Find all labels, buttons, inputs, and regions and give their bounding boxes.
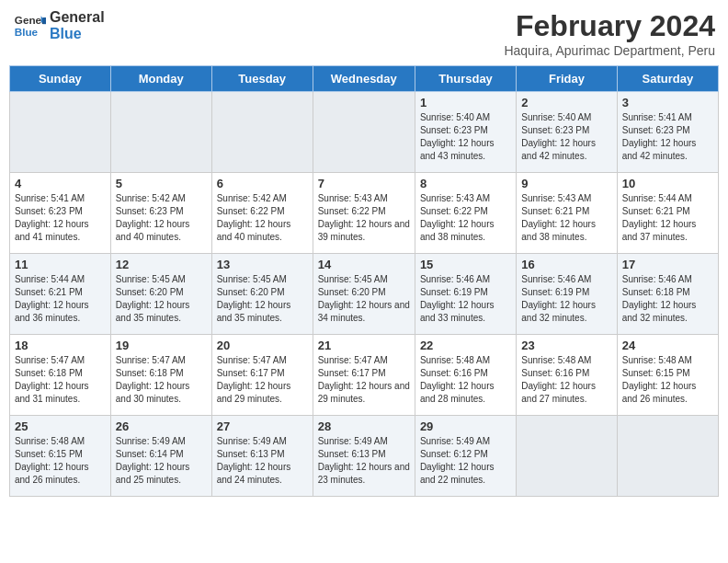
day-number: 21 [318,339,410,352]
calendar-cell: 28Sunrise: 5:49 AM Sunset: 6:13 PM Dayli… [313,416,415,497]
day-number: 8 [420,177,511,190]
calendar-cell: 12Sunrise: 5:45 AM Sunset: 6:20 PM Dayli… [110,254,211,335]
calendar-cell: 3Sunrise: 5:41 AM Sunset: 6:23 PM Daylig… [617,92,718,173]
day-info: Sunrise: 5:43 AM Sunset: 6:21 PM Dayligh… [521,192,611,244]
calendar-cell: 8Sunrise: 5:43 AM Sunset: 6:22 PM Daylig… [415,173,516,254]
calendar-cell: 16Sunrise: 5:46 AM Sunset: 6:19 PM Dayli… [517,254,617,335]
day-number: 6 [217,177,308,190]
day-info: Sunrise: 5:48 AM Sunset: 6:15 PM Dayligh… [622,354,713,406]
calendar-cell: 6Sunrise: 5:42 AM Sunset: 6:22 PM Daylig… [211,173,313,254]
day-info: Sunrise: 5:49 AM Sunset: 6:13 PM Dayligh… [217,435,308,487]
calendar-cell: 20Sunrise: 5:47 AM Sunset: 6:17 PM Dayli… [211,335,313,416]
calendar-cell: 15Sunrise: 5:46 AM Sunset: 6:19 PM Dayli… [415,254,516,335]
calendar-week-3: 11Sunrise: 5:44 AM Sunset: 6:21 PM Dayli… [10,254,719,335]
calendar-cell: 24Sunrise: 5:48 AM Sunset: 6:15 PM Dayli… [617,335,718,416]
svg-marker-3 [42,17,46,24]
calendar-cell: 23Sunrise: 5:48 AM Sunset: 6:16 PM Dayli… [517,335,617,416]
calendar-header-row: SundayMondayTuesdayWednesdayThursdayFrid… [10,66,719,92]
day-number: 28 [318,419,410,433]
calendar-title: February 2024 [504,9,715,43]
calendar-cell [517,416,617,497]
calendar-week-1: 1Sunrise: 5:40 AM Sunset: 6:23 PM Daylig… [10,92,719,173]
day-info: Sunrise: 5:46 AM Sunset: 6:19 PM Dayligh… [521,273,611,325]
day-number: 17 [622,258,713,271]
calendar-cell: 5Sunrise: 5:42 AM Sunset: 6:23 PM Daylig… [110,173,211,254]
day-number: 10 [622,177,713,190]
day-info: Sunrise: 5:47 AM Sunset: 6:18 PM Dayligh… [15,354,106,406]
day-info: Sunrise: 5:48 AM Sunset: 6:15 PM Dayligh… [15,435,106,487]
calendar-subtitle: Haquira, Apurimac Department, Peru [504,43,715,58]
day-info: Sunrise: 5:48 AM Sunset: 6:16 PM Dayligh… [521,354,611,406]
day-number: 26 [116,419,207,433]
calendar-cell: 14Sunrise: 5:45 AM Sunset: 6:20 PM Dayli… [313,254,415,335]
day-info: Sunrise: 5:45 AM Sunset: 6:20 PM Dayligh… [116,273,207,325]
day-info: Sunrise: 5:45 AM Sunset: 6:20 PM Dayligh… [217,273,308,325]
calendar-cell: 25Sunrise: 5:48 AM Sunset: 6:15 PM Dayli… [10,416,111,497]
day-info: Sunrise: 5:49 AM Sunset: 6:14 PM Dayligh… [116,435,207,487]
day-info: Sunrise: 5:43 AM Sunset: 6:22 PM Dayligh… [318,192,410,244]
day-info: Sunrise: 5:47 AM Sunset: 6:18 PM Dayligh… [116,354,207,406]
calendar-cell: 7Sunrise: 5:43 AM Sunset: 6:22 PM Daylig… [313,173,415,254]
day-header-monday: Monday [110,66,211,92]
calendar-cell [313,92,415,173]
day-number: 19 [116,339,207,352]
day-number: 29 [420,419,511,433]
day-number: 2 [521,96,611,109]
day-info: Sunrise: 5:46 AM Sunset: 6:19 PM Dayligh… [420,273,511,325]
day-number: 1 [420,96,511,109]
day-number: 18 [15,339,106,352]
day-header-tuesday: Tuesday [211,66,313,92]
day-number: 15 [420,258,511,271]
day-number: 5 [116,177,207,190]
calendar-cell: 22Sunrise: 5:48 AM Sunset: 6:16 PM Dayli… [415,335,516,416]
day-number: 22 [420,339,511,352]
calendar-cell: 9Sunrise: 5:43 AM Sunset: 6:21 PM Daylig… [517,173,617,254]
day-number: 3 [622,96,713,109]
calendar-cell [617,416,718,497]
day-info: Sunrise: 5:40 AM Sunset: 6:23 PM Dayligh… [420,111,511,163]
calendar-cell [110,92,211,173]
calendar-cell: 1Sunrise: 5:40 AM Sunset: 6:23 PM Daylig… [415,92,516,173]
day-info: Sunrise: 5:46 AM Sunset: 6:18 PM Dayligh… [622,273,713,325]
calendar-cell: 29Sunrise: 5:49 AM Sunset: 6:12 PM Dayli… [415,416,516,497]
day-number: 11 [15,258,106,271]
day-number: 7 [318,177,410,190]
day-number: 14 [318,258,410,271]
day-number: 23 [521,339,611,352]
logo-blue: Blue [50,26,105,42]
day-number: 16 [521,258,611,271]
day-info: Sunrise: 5:44 AM Sunset: 6:21 PM Dayligh… [15,273,106,325]
day-info: Sunrise: 5:48 AM Sunset: 6:16 PM Dayligh… [420,354,511,406]
day-number: 24 [622,339,713,352]
svg-text:Blue: Blue [15,26,39,38]
calendar-cell [211,92,313,173]
calendar-cell: 27Sunrise: 5:49 AM Sunset: 6:13 PM Dayli… [211,416,313,497]
calendar-cell [10,92,111,173]
day-info: Sunrise: 5:47 AM Sunset: 6:17 PM Dayligh… [217,354,308,406]
calendar-cell: 21Sunrise: 5:47 AM Sunset: 6:17 PM Dayli… [313,335,415,416]
title-area: February 2024 Haquira, Apurimac Departme… [504,9,715,58]
calendar-week-5: 25Sunrise: 5:48 AM Sunset: 6:15 PM Dayli… [10,416,719,497]
header: General Blue General Blue February 2024 … [9,9,719,58]
calendar-cell: 13Sunrise: 5:45 AM Sunset: 6:20 PM Dayli… [211,254,313,335]
logo-icon: General Blue [13,9,46,42]
calendar-cell: 18Sunrise: 5:47 AM Sunset: 6:18 PM Dayli… [10,335,111,416]
calendar-body: 1Sunrise: 5:40 AM Sunset: 6:23 PM Daylig… [10,92,719,497]
day-info: Sunrise: 5:49 AM Sunset: 6:12 PM Dayligh… [420,435,511,487]
calendar-cell: 26Sunrise: 5:49 AM Sunset: 6:14 PM Dayli… [110,416,211,497]
day-info: Sunrise: 5:41 AM Sunset: 6:23 PM Dayligh… [15,192,106,244]
calendar-table: SundayMondayTuesdayWednesdayThursdayFrid… [9,65,719,497]
calendar-cell: 2Sunrise: 5:40 AM Sunset: 6:23 PM Daylig… [517,92,617,173]
day-header-sunday: Sunday [10,66,111,92]
day-info: Sunrise: 5:42 AM Sunset: 6:23 PM Dayligh… [116,192,207,244]
day-number: 20 [217,339,308,352]
day-number: 25 [15,419,106,433]
calendar-cell: 19Sunrise: 5:47 AM Sunset: 6:18 PM Dayli… [110,335,211,416]
day-header-saturday: Saturday [617,66,718,92]
calendar-cell: 4Sunrise: 5:41 AM Sunset: 6:23 PM Daylig… [10,173,111,254]
day-info: Sunrise: 5:41 AM Sunset: 6:23 PM Dayligh… [622,111,713,163]
day-number: 4 [15,177,106,190]
day-header-thursday: Thursday [415,66,516,92]
day-info: Sunrise: 5:45 AM Sunset: 6:20 PM Dayligh… [318,273,410,325]
day-info: Sunrise: 5:44 AM Sunset: 6:21 PM Dayligh… [622,192,713,244]
